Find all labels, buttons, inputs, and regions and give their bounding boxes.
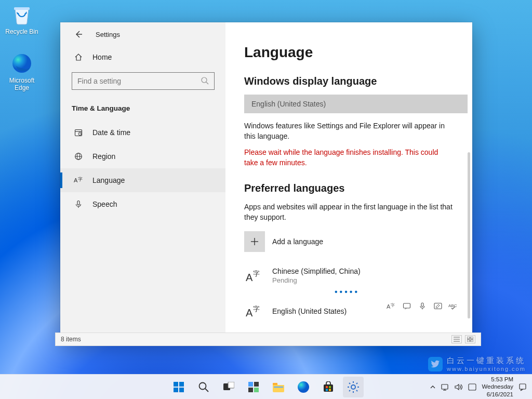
svg-rect-52 (254, 388, 259, 392)
notifications-icon[interactable] (518, 383, 527, 391)
svg-line-68 (356, 383, 357, 384)
search-input[interactable] (72, 73, 214, 89)
edge-icon (10, 52, 33, 75)
speech-recognition-icon (417, 301, 428, 311)
nav-label: Region (92, 152, 115, 161)
tray-chevron-icon[interactable] (430, 384, 436, 390)
display-language-description: Windows features like Settings and File … (244, 121, 454, 142)
file-explorer-button[interactable] (268, 377, 289, 397)
settings-sidebar: Settings Home Time & Language (60, 22, 225, 340)
language-status: Pending (272, 276, 361, 284)
nav-region[interactable]: Region (60, 144, 225, 168)
svg-rect-51 (248, 388, 253, 392)
display-language-warning: Please wait while the language finishes … (244, 147, 454, 168)
recycle-bin-icon (10, 3, 33, 26)
network-icon[interactable] (441, 383, 449, 391)
widgets-button[interactable] (243, 377, 264, 397)
svg-line-8 (206, 82, 208, 84)
handwriting-icon (433, 301, 443, 311)
page-title: Language (244, 44, 454, 61)
svg-rect-50 (254, 382, 259, 387)
svg-rect-49 (248, 382, 253, 387)
desktop-icon-label: Recycle Bin (3, 28, 41, 35)
svg-line-69 (349, 390, 350, 391)
svg-rect-59 (326, 389, 328, 391)
svg-rect-29 (404, 303, 410, 308)
svg-point-61 (351, 385, 355, 389)
svg-rect-60 (329, 389, 331, 391)
desktop-icon-recycle-bin[interactable]: Recycle Bin (3, 3, 41, 35)
svg-rect-54 (274, 387, 283, 388)
svg-rect-41 (174, 382, 178, 387)
add-language-button[interactable]: Add a language (244, 231, 454, 252)
start-button[interactable] (168, 377, 189, 397)
system-tray[interactable]: 5:53 PM Wednesday 6/16/2021 (430, 375, 527, 399)
task-view-button[interactable] (218, 377, 239, 397)
text-to-speech-icon (402, 301, 412, 311)
svg-line-66 (349, 383, 350, 384)
clock-day: Wednesday (482, 383, 513, 390)
display-language-icon: A字 (386, 301, 396, 311)
language-glyph-icon: A字 (244, 267, 263, 285)
svg-line-46 (205, 389, 208, 392)
language-name: English (United States) (272, 307, 347, 315)
svg-rect-32 (434, 303, 442, 309)
edge-taskbar-button[interactable] (293, 377, 314, 397)
svg-rect-39 (467, 340, 470, 342)
language-item-english[interactable]: A字 English (United States) A字 ABC (244, 299, 454, 324)
preferred-heading: Preferred languages (244, 182, 454, 194)
taskbar: 5:53 PM Wednesday 6/16/2021 (0, 374, 532, 399)
preferred-description: Apps and websites will appear in the fir… (244, 202, 454, 223)
watermark: 白云一键重装系统 www.baiyunxitong.com (428, 356, 526, 372)
svg-rect-53 (273, 383, 277, 385)
globe-icon (74, 152, 83, 161)
thumbnails-view-button[interactable] (465, 335, 475, 343)
watermark-badge-icon (428, 357, 443, 371)
svg-text:字: 字 (391, 303, 395, 308)
svg-text:字: 字 (78, 177, 83, 182)
watermark-line2: www.baiyunxitong.com (447, 366, 526, 372)
taskbar-center (168, 377, 364, 397)
calendar-icon (74, 128, 83, 137)
settings-taskbar-button[interactable] (343, 377, 364, 397)
desktop-icon-edge[interactable]: Microsoft Edge (3, 52, 41, 91)
nav-label: Date & time (92, 128, 130, 137)
volume-icon[interactable] (455, 383, 463, 391)
search-button[interactable] (193, 377, 214, 397)
home-label: Home (92, 53, 112, 61)
svg-rect-38 (471, 337, 473, 339)
details-view-button[interactable] (451, 335, 462, 343)
language-icon: A字 (74, 176, 83, 185)
svg-line-67 (356, 390, 357, 391)
nav-date-time[interactable]: Date & time (60, 121, 225, 144)
language-item-chinese[interactable]: A字 Chinese (Simplified, China) Pending (244, 263, 454, 288)
add-language-label: Add a language (272, 237, 323, 246)
nav-label: Speech (92, 200, 117, 208)
nav-language[interactable]: A字 Language (60, 168, 225, 192)
svg-text:A: A (246, 307, 253, 318)
home-button[interactable]: Home (60, 45, 225, 70)
store-button[interactable] (318, 377, 339, 397)
progress-dots: ••••• (335, 287, 454, 295)
svg-text:A: A (246, 272, 253, 283)
back-button[interactable] (74, 30, 83, 39)
language-glyph-icon: A字 (244, 302, 263, 321)
language-capabilities: A字 ABC (386, 301, 459, 311)
nav-speech[interactable]: Speech (60, 192, 225, 216)
svg-rect-73 (469, 384, 476, 390)
clock[interactable]: 5:53 PM Wednesday 6/16/2021 (482, 376, 513, 398)
svg-rect-70 (442, 384, 448, 389)
item-count: 8 items (61, 336, 81, 343)
explorer-status-bar: 8 items (55, 332, 481, 346)
scrollbar[interactable] (468, 152, 470, 318)
app-title: Settings (96, 31, 120, 38)
svg-rect-44 (179, 388, 184, 392)
search-icon (201, 76, 209, 85)
svg-rect-42 (179, 382, 184, 387)
svg-rect-56 (324, 384, 333, 392)
search-box[interactable] (72, 72, 215, 90)
ime-icon[interactable] (468, 383, 476, 391)
home-icon (74, 52, 83, 62)
microphone-icon (74, 200, 83, 209)
display-language-dropdown[interactable]: English (United States) (244, 95, 468, 113)
